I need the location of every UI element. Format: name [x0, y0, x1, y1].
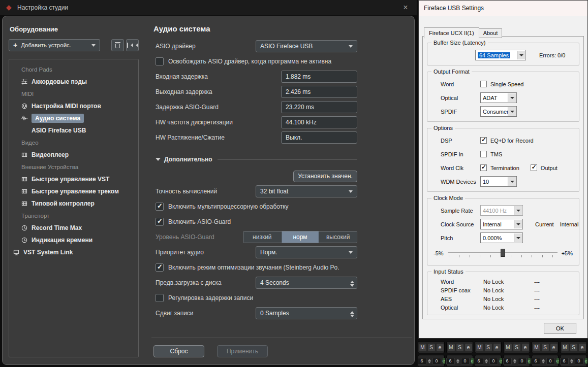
- pan-value[interactable]: 0: [432, 358, 441, 364]
- stepper-arrows-icon[interactable]: [350, 279, 354, 289]
- fireface-titlebar[interactable]: Fireface USB Settings: [419, 1, 587, 16]
- pan-value[interactable]: 0: [489, 358, 498, 364]
- guard-level-high-button[interactable]: высокий: [319, 231, 357, 243]
- pan-value[interactable]: 0: [461, 358, 470, 364]
- combo-arrow-icon[interactable]: [508, 93, 516, 102]
- tree-item-chord-pads[interactable]: Аккордовые пэды: [9, 76, 138, 88]
- stepper-arrows-icon[interactable]: [456, 357, 459, 365]
- mute-button[interactable]: M: [419, 344, 426, 351]
- termination-checkbox[interactable]: [480, 164, 487, 171]
- release-driver-checkbox[interactable]: [156, 57, 164, 65]
- edit-button[interactable]: e: [500, 358, 502, 364]
- tree-item-vst-system-link[interactable]: VST System Link: [9, 246, 138, 258]
- edit-button[interactable]: e: [550, 344, 558, 351]
- pan-value[interactable]: 0: [575, 358, 583, 364]
- audio-priority-select[interactable]: Норм.: [256, 246, 357, 258]
- edit-button[interactable]: e: [528, 358, 531, 364]
- guard-level-normal-button[interactable]: норм: [282, 231, 320, 243]
- record-shift-stepper[interactable]: 0 Samples: [256, 307, 357, 319]
- stepper-arrows-icon[interactable]: [542, 357, 545, 365]
- edit-button[interactable]: e: [437, 344, 444, 351]
- mute-button[interactable]: M: [448, 344, 455, 351]
- solo-button[interactable]: S: [485, 344, 492, 351]
- asio-guard-checkbox[interactable]: [156, 218, 164, 226]
- reset-button[interactable]: Сброс: [153, 345, 204, 357]
- edit-button[interactable]: e: [471, 358, 474, 364]
- tree-item-audio-system[interactable]: Аудио система: [9, 112, 138, 124]
- stepper-arrows-icon[interactable]: [485, 357, 488, 365]
- audio-power-checkbox[interactable]: [156, 263, 164, 272]
- edit-button[interactable]: e: [556, 358, 559, 364]
- tms-checkbox[interactable]: [480, 151, 487, 157]
- wordclk-output-checkbox[interactable]: [531, 164, 537, 171]
- tree-item-time-display[interactable]: Индикация времени: [9, 234, 138, 246]
- stepper-arrows-icon[interactable]: [428, 357, 431, 365]
- edit-button[interactable]: e: [493, 344, 501, 351]
- gain-value[interactable]: 6: [446, 358, 455, 364]
- tree-item-video-player[interactable]: Видеоплеер: [9, 149, 138, 161]
- mute-button[interactable]: M: [533, 344, 540, 351]
- combo-arrow-icon[interactable]: [514, 220, 522, 228]
- pan-value[interactable]: 0: [518, 358, 527, 364]
- eqd-record-checkbox[interactable]: [480, 137, 487, 144]
- apply-button[interactable]: Применить: [217, 345, 268, 357]
- solo-button[interactable]: S: [428, 344, 435, 351]
- edit-button[interactable]: e: [443, 358, 445, 364]
- pitch-slider[interactable]: [448, 247, 558, 259]
- asio-driver-select[interactable]: ASIO Fireface USB: [256, 40, 357, 52]
- gain-value[interactable]: 6: [532, 358, 540, 364]
- delete-device-button[interactable]: [111, 39, 124, 51]
- pan-value[interactable]: 0: [546, 358, 555, 364]
- combo-arrow-icon[interactable]: [517, 51, 525, 59]
- gain-value[interactable]: 6: [475, 358, 483, 364]
- guard-level-low-button[interactable]: низкий: [243, 231, 282, 243]
- solo-button[interactable]: S: [456, 344, 463, 351]
- spdif-format-select[interactable]: Consumer: [480, 106, 517, 117]
- tree-item-asio-fireface-usb[interactable]: ASIO Fireface USB: [9, 124, 138, 137]
- tab-fireface-ucx[interactable]: Fireface UCX II(1): [424, 27, 479, 39]
- pitch-select[interactable]: 0.000%: [480, 232, 523, 243]
- stepper-arrows-icon[interactable]: [513, 357, 516, 365]
- mute-button[interactable]: M: [562, 344, 569, 351]
- set-defaults-button[interactable]: Установить значен.: [293, 171, 357, 182]
- ok-button[interactable]: OK: [544, 323, 576, 334]
- studio-setup-titlebar[interactable]: Настройка студии ×: [0, 0, 417, 15]
- tree-item-vst-quick-controls[interactable]: Быстрое управление VST: [9, 173, 138, 185]
- stepper-arrows-icon[interactable]: [570, 357, 573, 365]
- slider-thumb[interactable]: [501, 249, 505, 257]
- tree-item-record-time-max[interactable]: Record Time Max: [9, 222, 138, 234]
- solo-button[interactable]: S: [513, 344, 520, 351]
- gain-value[interactable]: 6: [560, 358, 569, 364]
- add-device-select[interactable]: + Добавить устройс.: [9, 39, 100, 51]
- edit-button[interactable]: e: [522, 344, 529, 351]
- gain-value[interactable]: 6: [503, 358, 512, 364]
- mute-button[interactable]: M: [505, 344, 512, 351]
- advanced-section-header[interactable]: Дополнительно: [151, 154, 357, 165]
- buffer-size-select[interactable]: 64 Samples: [475, 50, 526, 60]
- processing-precision-select[interactable]: 32 bit float: [256, 185, 357, 197]
- tree-item-midi-port-setup[interactable]: Настройка MIDI портов: [9, 100, 138, 112]
- combo-arrow-icon[interactable]: [508, 177, 516, 186]
- mute-button[interactable]: M: [476, 344, 483, 351]
- combo-arrow-icon[interactable]: [508, 107, 516, 116]
- wdm-devices-select[interactable]: 10: [480, 176, 517, 187]
- tab-about[interactable]: About: [479, 28, 503, 38]
- gain-value[interactable]: 6: [418, 358, 426, 364]
- edit-button[interactable]: e: [585, 358, 587, 364]
- edit-button[interactable]: e: [465, 344, 472, 351]
- disk-preload-stepper[interactable]: 4 Seconds: [256, 277, 357, 289]
- solo-button[interactable]: S: [542, 344, 549, 351]
- tree-item-generic-remote[interactable]: Типовой контроллер: [9, 197, 138, 210]
- edit-button[interactable]: e: [579, 344, 586, 351]
- record-latency-checkbox[interactable]: [156, 294, 164, 302]
- tree-item-track-quick-controls[interactable]: Быстрое управление треком: [9, 185, 138, 197]
- single-speed-checkbox[interactable]: [480, 81, 487, 87]
- combo-arrow-icon[interactable]: [514, 233, 522, 242]
- stepper-arrows-icon[interactable]: [350, 309, 354, 319]
- solo-button[interactable]: S: [570, 344, 577, 351]
- optical-format-select[interactable]: ADAT: [480, 92, 517, 103]
- close-icon[interactable]: ×: [399, 3, 412, 12]
- collapse-tree-button[interactable]: [126, 39, 139, 51]
- clock-source-select[interactable]: Internal: [480, 219, 523, 229]
- multicore-checkbox[interactable]: [156, 203, 164, 211]
